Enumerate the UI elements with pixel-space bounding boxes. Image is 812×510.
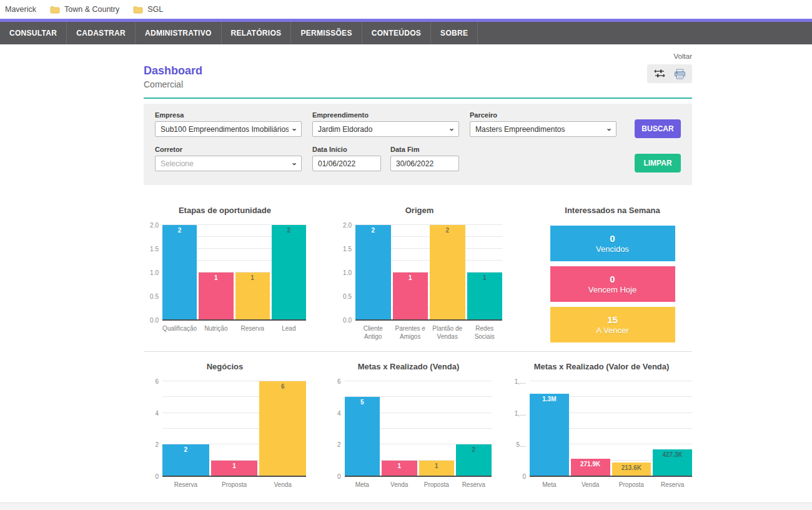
y-axis-tick: 0.5 <box>337 293 352 300</box>
buscar-button[interactable]: BUSCAR <box>635 119 681 138</box>
bar-reserva: 2 <box>162 444 209 476</box>
bar-venda: 1 <box>382 461 417 476</box>
data-inicio-input[interactable] <box>312 156 381 171</box>
data-fim-input[interactable] <box>390 156 459 171</box>
y-axis-tick: 2.0 <box>144 222 159 229</box>
x-axis-label: Redes Sociais <box>467 324 503 341</box>
bar-value-label: 1 <box>419 462 455 469</box>
nav-item-relatorios[interactable]: RELATÓRIOS <box>222 22 292 44</box>
bar-value-label: 1.3M <box>530 396 569 402</box>
chart-etapas-de-oportunidade: Etapas de oportunidade2.01.51.00.50.0211… <box>144 206 306 342</box>
y-axis-tick: 0.5 <box>144 293 159 300</box>
y-axis-tick: 1,… <box>511 378 526 385</box>
x-axis-label: Proposta <box>211 481 258 489</box>
back-link[interactable]: Voltar <box>674 52 692 60</box>
empresa-select[interactable]: Sub100 Empreendimentos Imobiliários <box>155 121 302 137</box>
bookmark-maverick[interactable]: Maverick <box>5 5 36 14</box>
bar-lead: 2 <box>272 225 306 320</box>
chart-metas-valor-venda: Metas x Realizado (Valor de Venda)1,…1,…… <box>511 362 692 489</box>
bar-value-label: 1 <box>393 274 428 281</box>
x-axis-line <box>162 476 306 477</box>
row-divider <box>144 351 692 352</box>
x-axis-line <box>345 476 492 477</box>
bar-value-label: 2 <box>456 446 492 453</box>
chart-title: Metas x Realizado (Valor de Venda) <box>511 362 692 371</box>
x-axis-label: Meta <box>530 481 569 489</box>
empreendimento-select[interactable]: Jardim Eldorado <box>312 121 459 137</box>
folder-icon <box>50 6 60 14</box>
bar-value-label: 2 <box>162 446 209 453</box>
card-vencidos[interactable]: 0 Vencidos <box>550 226 675 261</box>
bar-cliente-antigo: 2 <box>355 225 391 320</box>
nav-item-permissoes[interactable]: PERMISSÕES <box>291 22 362 44</box>
empresa-field: Empresa Sub100 Empreendimentos Imobiliár… <box>155 111 302 138</box>
bar-proposta: 1 <box>419 461 455 476</box>
bar-plantão-de-vendas: 2 <box>430 225 465 320</box>
chart-plot: 1,…1,…5…01.3M271.9K213.6K427.3K <box>511 381 692 476</box>
bar-reserva: 2 <box>456 444 492 476</box>
card-vencem-hoje[interactable]: 0 Vencem Hoje <box>550 266 675 302</box>
main-content: Voltar Dashboard Comercial <box>144 50 692 489</box>
date-range: Data Início Data Fim <box>312 146 459 172</box>
card-label: A Vencer <box>596 326 628 335</box>
x-axis-label: Qualificação <box>162 324 197 332</box>
chart-plot: 2.01.51.00.50.02112 <box>144 225 306 320</box>
corretor-select[interactable]: Selecione <box>155 156 302 171</box>
charts-row-2: Negócios6420216ReservaPropostaVenda Meta… <box>144 362 692 489</box>
bar-value-label: 1 <box>235 274 270 281</box>
y-axis-tick: 2 <box>326 441 341 448</box>
y-axis-tick: 4 <box>144 409 159 416</box>
nav-item-conteudos[interactable]: CONTEÚDOS <box>362 22 431 44</box>
nav-item-consultar[interactable]: CONSULTAR <box>0 22 67 44</box>
interessados-title: Interessados na Semana <box>533 206 692 215</box>
main-nav: CONSULTAR CADASTRAR ADMINISTRATIVO RELAT… <box>0 22 812 44</box>
x-axis-label: Cliente Antigo <box>355 324 391 341</box>
y-axis-tick: 1.0 <box>144 269 159 276</box>
filter-sliders-icon[interactable] <box>653 68 666 79</box>
interessados-panel: Interessados na Semana 0 Vencidos 0 Venc… <box>533 206 692 342</box>
header-toolbar <box>647 64 692 83</box>
y-axis-tick: 6 <box>326 378 341 385</box>
parceiro-select[interactable]: Masters Empreendimentos <box>470 121 616 137</box>
bar-value-label: 2 <box>355 227 391 234</box>
nav-item-cadastrar[interactable]: CADASTRAR <box>67 22 136 44</box>
chart-title: Origem <box>337 206 502 215</box>
x-axis-label: Reserva <box>653 481 692 489</box>
y-axis-tick: 5… <box>511 441 526 448</box>
corretor-field: Corretor Selecione ⌄ <box>155 146 302 172</box>
bar-qualificação: 2 <box>162 225 197 320</box>
chart-plot: 2.01.51.00.50.02121 <box>337 225 502 320</box>
card-label: Vencidos <box>596 244 629 254</box>
footer-bar <box>0 502 812 510</box>
bar-value-label: 2 <box>162 227 197 234</box>
section-divider-teal <box>144 98 692 99</box>
x-axis-label: Plantão de Vendas <box>430 324 465 341</box>
chart-title: Etapas de oportunidade <box>144 206 306 215</box>
nav-item-sobre[interactable]: SOBRE <box>431 22 478 44</box>
card-a-vencer[interactable]: 15 A Vencer <box>550 307 675 342</box>
bar-proposta: 1 <box>211 461 258 476</box>
chart-title: Negócios <box>144 362 306 371</box>
y-axis-tick: 1.5 <box>337 246 352 252</box>
x-axis-line <box>530 476 692 477</box>
x-axis-label: Nutrição <box>199 324 233 332</box>
chart-origem: Origem2.01.51.00.50.02121Cliente AntigoP… <box>337 206 502 342</box>
bookmark-folder-sgl[interactable]: SGL <box>133 5 163 14</box>
bar-value-label: 1 <box>467 274 503 281</box>
bar-value-label: 1 <box>382 462 417 469</box>
limpar-button[interactable]: LIMPAR <box>635 154 681 172</box>
page-subtitle: Comercial <box>144 79 202 89</box>
chart-metas-venda: Metas x Realizado (Venda)64205112MetaVen… <box>326 362 492 489</box>
y-axis-tick: 0 <box>511 473 526 480</box>
print-icon[interactable] <box>673 68 686 79</box>
bookmark-folder-town-country[interactable]: Town & Country <box>50 5 119 14</box>
card-value: 0 <box>610 274 615 285</box>
y-axis-tick: 4 <box>326 409 341 416</box>
x-axis-label: Venda <box>382 481 417 489</box>
nav-item-administrativo[interactable]: ADMINISTRATIVO <box>136 22 222 44</box>
bar-value-label: 271.9K <box>571 461 610 468</box>
x-axis-label: Reserva <box>235 324 270 332</box>
x-axis-label: Venda <box>259 481 306 489</box>
page-title: Dashboard <box>144 64 202 78</box>
bar-nutrição: 1 <box>199 272 233 320</box>
